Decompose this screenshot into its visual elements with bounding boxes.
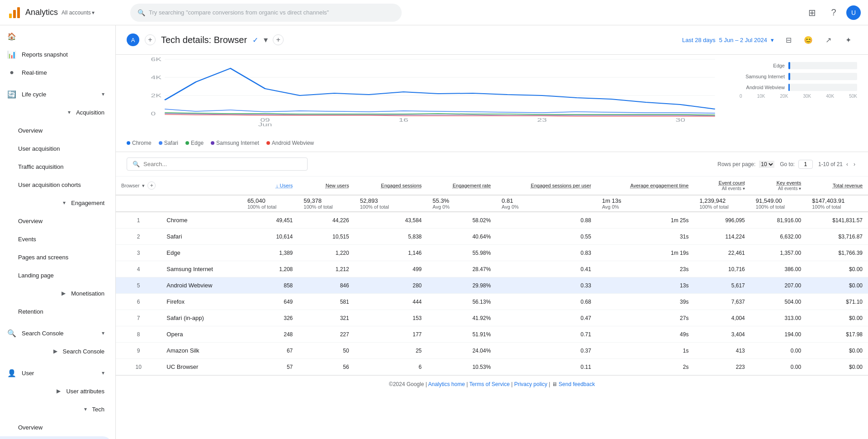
account-selector[interactable]: All accounts ▾ <box>62 10 95 16</box>
legend-edge[interactable]: Edge <box>185 140 204 146</box>
user-avatar[interactable]: U <box>846 5 861 20</box>
table-row[interactable]: 7 Safari (in-app) 326 321 153 41.92% 0.4… <box>116 310 868 326</box>
sidebar-item-lifecycle[interactable]: 🔄 Life cycle ▾ <box>0 85 112 103</box>
table-row[interactable]: 9 Amazon Silk 67 50 25 24.04% 0.37 1s 41… <box>116 343 868 359</box>
new-users-col-header: New users <box>326 183 349 188</box>
cell-event-count: 22,461 <box>694 245 750 261</box>
sidebar-item-search-console[interactable]: ▶ Search Console <box>0 342 112 360</box>
sidebar-search-console-header[interactable]: 🔍 Search Console ▾ <box>0 324 112 342</box>
date-selector[interactable]: Last 28 days 5 Jun – 2 Jul 2024 ▾ <box>682 37 774 43</box>
key-events-sub[interactable]: All events ▾ <box>778 186 801 191</box>
add-report-button[interactable]: + <box>273 34 284 45</box>
cell-event-count: 996,095 <box>694 212 750 229</box>
rows-per-page-select[interactable]: 10 25 50 <box>759 161 774 168</box>
sidebar-item-reports-snapshot[interactable]: 📊 Reports snapshot <box>0 45 112 63</box>
lifecycle-arrow: ▾ <box>102 91 104 97</box>
sidebar-item-pages-screens[interactable]: Pages and screens <box>0 248 112 266</box>
title-edit-button[interactable]: ▾ <box>260 34 271 45</box>
legend-chrome[interactable]: Chrome <box>127 140 152 146</box>
col-engagement-rate[interactable]: Engagement rate <box>427 177 496 195</box>
cell-new-users: 581 <box>298 294 354 310</box>
legend-safari[interactable]: Safari <box>159 140 178 146</box>
table-row[interactable]: 10 UC Browser 57 56 6 10.53% 0.11 2s 223… <box>116 359 868 375</box>
table-search-box[interactable]: 🔍 <box>127 157 308 171</box>
prev-page-button[interactable]: ‹ <box>844 159 850 169</box>
sidebar-item-tech-details[interactable]: Tech details <box>0 436 112 439</box>
footer-privacy[interactable]: Privacy policy <box>514 381 547 387</box>
event-count-sub[interactable]: All events ▾ <box>722 186 745 191</box>
sidebar-item-landing-page[interactable]: Landing page <box>0 266 112 284</box>
col-event-count[interactable]: Event count All events ▾ <box>694 177 750 195</box>
cell-rank: 9 <box>116 343 161 359</box>
next-page-button[interactable]: › <box>852 159 857 169</box>
sidebar-item-tech[interactable]: ▾ Tech <box>0 400 112 418</box>
table-row[interactable]: 6 Firefox 649 581 444 56.13% 0.68 39s 7,… <box>116 294 868 310</box>
total-new-users: 59,378 100% of total <box>298 195 354 212</box>
goto-label: Go to: <box>780 161 795 167</box>
add-comparison-button[interactable]: + <box>145 34 156 45</box>
sidebar-item-engagement[interactable]: ▾ Engagement <box>0 194 112 212</box>
add-dim-button[interactable]: + <box>147 181 156 190</box>
cell-key-events: 207.00 <box>750 277 806 294</box>
col-new-users[interactable]: New users <box>298 177 354 195</box>
col-users[interactable]: ↓ Users <box>242 177 298 195</box>
cell-rank: 5 <box>116 277 161 294</box>
cell-engagement-rate: 41.92% <box>427 310 496 326</box>
cell-browser: Edge <box>161 245 242 261</box>
table-body: 1 Chrome 49,451 44,226 43,584 58.02% 0.8… <box>116 212 868 375</box>
sidebar-item-acquisition[interactable]: ▾ Acquisition <box>0 103 112 121</box>
svg-text:0: 0 <box>151 111 156 116</box>
table-row[interactable]: 5 Android Webview 858 846 280 29.98% 0.3… <box>116 277 868 294</box>
table-search-input[interactable] <box>143 161 302 167</box>
table-row[interactable]: 8 Opera 248 227 177 51.91% 0.71 49s 3,40… <box>116 326 868 343</box>
table-row[interactable]: 2 Safari 10,614 10,515 5,838 40.64% 0.55… <box>116 229 868 245</box>
col-key-events[interactable]: Key events All events ▾ <box>750 177 806 195</box>
chart-area: 6K 4K 2K 0 <box>116 55 868 152</box>
legend-samsung[interactable]: Samsung Internet <box>211 140 259 146</box>
col-total-revenue[interactable]: Total revenue <box>806 177 868 195</box>
col-engaged-sessions[interactable]: Engaged sessions <box>355 177 427 195</box>
sidebar-item-user-attributes[interactable]: ▶ User attributes <box>0 382 112 400</box>
more-button[interactable]: ✦ <box>839 31 857 49</box>
sidebar-item-acq-cohorts[interactable]: User acquisition cohorts <box>0 176 112 194</box>
legend-webview[interactable]: Android Webview <box>266 140 314 146</box>
sidebar-item-tech-overview[interactable]: Overview <box>0 418 112 436</box>
compare-button[interactable]: ⊟ <box>779 31 797 49</box>
sidebar-item-monetisation[interactable]: ▶ Monetisation <box>0 284 112 302</box>
share-button[interactable]: ↗ <box>819 31 837 49</box>
col-avg-engagement[interactable]: Average engagement time <box>597 177 694 195</box>
goto-input[interactable] <box>798 160 813 169</box>
footer-terms[interactable]: Terms of Service <box>469 381 509 387</box>
footer-analytics-home[interactable]: Analytics home <box>428 381 465 387</box>
search-bar[interactable]: 🔍 Try searching "compare conversions fro… <box>130 4 402 22</box>
footer: ©2024 Google | Analytics home | Terms of… <box>116 375 868 393</box>
sidebar-user-header[interactable]: 👤 User ▾ <box>0 364 112 382</box>
footer-feedback[interactable]: Send feedback <box>559 381 595 387</box>
cell-engaged-sessions: 5,838 <box>355 229 427 245</box>
table-row[interactable]: 4 Samsung Internet 1,208 1,212 499 28.47… <box>116 261 868 277</box>
cell-event-count: 4,004 <box>694 310 750 326</box>
report-actions: ⊟ 😊 ↗ ✦ <box>779 31 857 49</box>
cell-avg-engagement: 1m 19s <box>597 245 694 261</box>
sidebar-item-eng-overview[interactable]: Overview <box>0 212 112 230</box>
sidebar-item-retention[interactable]: Retention <box>0 302 112 320</box>
table-row[interactable]: 3 Edge 1,389 1,220 1,146 55.98% 0.83 1m … <box>116 245 868 261</box>
sidebar-item-traffic-acquisition[interactable]: Traffic acquisition <box>0 157 112 176</box>
sidebar-item-user-acquisition[interactable]: User acquisition <box>0 139 112 157</box>
sidebar-item-home[interactable]: 🏠 <box>0 27 112 45</box>
apps-button[interactable]: ⊞ <box>803 4 821 22</box>
sidebar-retention-label: Retention <box>18 308 43 315</box>
cell-total-revenue: $0.00 <box>806 343 868 359</box>
sidebar-item-realtime[interactable]: ● Real-time <box>0 63 112 81</box>
sidebar-item-acq-overview[interactable]: Overview <box>0 121 112 139</box>
table-row[interactable]: 1 Chrome 49,451 44,226 43,584 58.02% 0.8… <box>116 212 868 229</box>
topbar-right: ⊞ ? U <box>803 4 861 22</box>
help-button[interactable]: ? <box>825 4 843 22</box>
cell-avg-engagement: 23s <box>597 261 694 277</box>
totals-row: 65,040 100% of total 59,378 100% of tota… <box>116 195 868 212</box>
sidebar-item-events[interactable]: Events <box>0 230 112 248</box>
cell-new-users: 1,220 <box>298 245 354 261</box>
cell-rank: 8 <box>116 326 161 343</box>
col-engaged-per-user[interactable]: Engaged sessions per user <box>496 177 597 195</box>
insights-button[interactable]: 😊 <box>799 31 817 49</box>
